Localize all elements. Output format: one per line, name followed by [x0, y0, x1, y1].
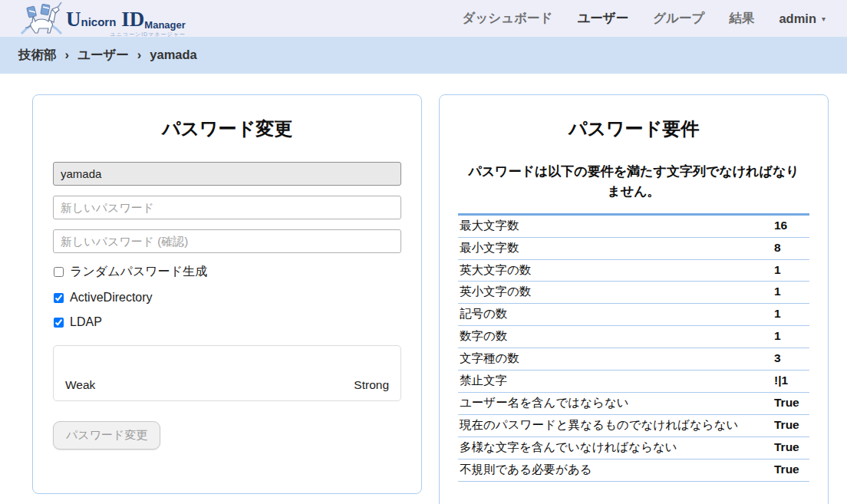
- table-row: 多様な文字を含んでいなければならないTrue: [458, 436, 809, 459]
- requirement-label: ユーザー名を含んではならない: [458, 393, 771, 415]
- active-directory-label: ActiveDirectory: [70, 291, 153, 305]
- table-row: 不規則である必要があるTrue: [458, 459, 809, 481]
- nav-results[interactable]: 結果: [729, 10, 754, 27]
- active-directory-option[interactable]: ActiveDirectory: [53, 291, 401, 305]
- requirement-label: 禁止文字: [458, 371, 771, 393]
- brand-manager: Manager: [144, 19, 185, 31]
- table-row: 現在のパスワードと異なるものでなければならないTrue: [458, 414, 809, 436]
- requirement-value: True: [771, 393, 809, 415]
- requirement-label: 不規則である必要がある: [458, 459, 771, 481]
- password-change-card: パスワード変更 ランダムパスワード生成 ActiveDirectory LDAP…: [32, 94, 422, 494]
- password-strength-meter: Weak Strong: [53, 345, 401, 401]
- main-nav: ダッシュボード ユーザー グループ 結果 admin▾: [438, 10, 826, 27]
- requirement-value: 8: [771, 237, 809, 259]
- ldap-option[interactable]: LDAP: [53, 315, 401, 329]
- new-password-field[interactable]: [53, 196, 401, 219]
- table-row: 英大文字の数1: [458, 259, 809, 282]
- requirements-table: 最大文字数16 最小文字数8 英大文字の数1 英小文字の数1 記号の数1 数字の…: [458, 213, 809, 482]
- brand-wordmark: UnicornIDManager ユニコーンIDマネージャー: [66, 9, 186, 37]
- nav-dashboard[interactable]: ダッシュボード: [463, 10, 553, 27]
- requirement-value: 1: [771, 326, 809, 348]
- requirement-value: 16: [771, 214, 809, 237]
- requirement-label: 最小文字数: [458, 237, 771, 259]
- page: UnicornIDManager ユニコーンIDマネージャー ダッシュボード ユ…: [0, 0, 847, 504]
- requirement-label: 文字種の数: [458, 348, 771, 371]
- requirement-label: 最大文字数: [458, 214, 771, 237]
- breadcrumb: 技術部›ユーザー›yamada: [0, 37, 847, 74]
- ldap-label: LDAP: [70, 315, 102, 329]
- password-change-title: パスワード変更: [53, 117, 401, 141]
- table-row: 英小文字の数1: [458, 282, 809, 304]
- requirement-value: 1: [771, 282, 809, 304]
- password-requirements-title: パスワード要件: [458, 117, 809, 141]
- active-directory-checkbox[interactable]: [54, 293, 64, 303]
- requirement-label: 英小文字の数: [458, 282, 771, 304]
- table-row: 最小文字数8: [458, 237, 809, 259]
- table-row: 数字の数1: [458, 326, 809, 348]
- table-row: 最大文字数16: [458, 214, 809, 237]
- requirement-label: 多様な文字を含んでいなければならない: [458, 436, 771, 459]
- requirement-label: 数字の数: [458, 326, 771, 348]
- ldap-checkbox[interactable]: [54, 318, 64, 328]
- password-requirements-card: パスワード要件 パスワードは以下の要件を満たす文字列でなければなりません。 最大…: [439, 94, 829, 504]
- main-content: パスワード変更 ランダムパスワード生成 ActiveDirectory LDAP…: [0, 74, 847, 504]
- random-password-option[interactable]: ランダムパスワード生成: [53, 264, 401, 280]
- requirement-value: True: [771, 414, 809, 436]
- change-password-button[interactable]: パスワード変更: [53, 421, 160, 450]
- requirement-value: 1: [771, 259, 809, 282]
- brand-id: ID: [121, 8, 144, 31]
- random-password-label: ランダムパスワード生成: [70, 264, 207, 280]
- table-row: 文字種の数3: [458, 348, 809, 371]
- random-password-checkbox[interactable]: [54, 267, 64, 277]
- home-logo-link[interactable]: UnicornIDManager ユニコーンIDマネージャー: [18, 0, 186, 37]
- breadcrumb-username: yamada: [150, 48, 196, 61]
- breadcrumb-department[interactable]: 技術部: [18, 48, 57, 61]
- table-row: ユーザー名を含んではならないTrue: [458, 393, 809, 415]
- requirement-value: True: [771, 459, 809, 481]
- breadcrumb-users[interactable]: ユーザー: [77, 48, 129, 61]
- requirement-label: 現在のパスワードと異なるものでなければならない: [458, 414, 771, 436]
- user-menu[interactable]: admin▾: [779, 12, 826, 26]
- strength-strong-label: Strong: [354, 378, 389, 392]
- requirement-value: True: [771, 436, 809, 459]
- user-menu-label: admin: [779, 12, 816, 25]
- confirm-password-field[interactable]: [53, 229, 401, 253]
- table-row: 記号の数1: [458, 304, 809, 326]
- password-requirements-description: パスワードは以下の要件を満たす文字列でなければなりません。: [463, 162, 805, 203]
- nav-users[interactable]: ユーザー: [577, 10, 628, 27]
- breadcrumb-separator: ›: [65, 48, 70, 61]
- requirement-label: 記号の数: [458, 304, 771, 326]
- app-header: UnicornIDManager ユニコーンIDマネージャー ダッシュボード ユ…: [0, 0, 847, 37]
- unicorn-logo-icon: [18, 0, 64, 37]
- table-row: 禁止文字!|1: [458, 371, 809, 393]
- requirement-value: 1: [771, 304, 809, 326]
- chevron-down-icon: ▾: [822, 15, 826, 23]
- strength-weak-label: Weak: [65, 378, 95, 392]
- nav-groups[interactable]: グループ: [653, 10, 704, 27]
- requirement-label: 英大文字の数: [458, 259, 771, 282]
- brand-subtitle: ユニコーンIDマネージャー: [110, 31, 186, 37]
- brand-initial-u: U: [66, 8, 81, 31]
- breadcrumb-separator: ›: [137, 48, 142, 61]
- requirement-value: 3: [771, 348, 809, 371]
- brand-nicorn: nicorn: [81, 15, 117, 28]
- requirement-value: !|1: [771, 371, 809, 393]
- username-field: [53, 162, 401, 186]
